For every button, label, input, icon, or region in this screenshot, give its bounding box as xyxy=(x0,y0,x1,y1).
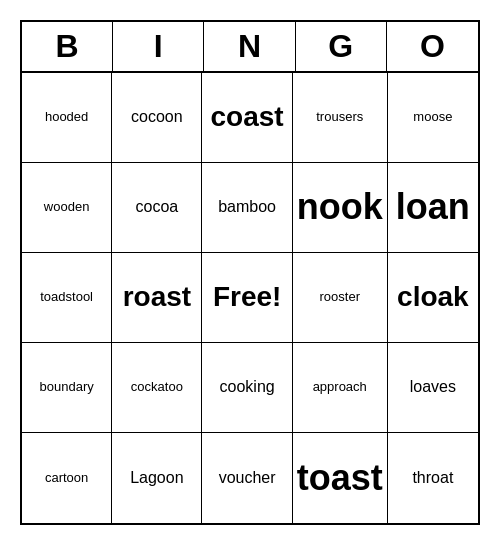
cell-text-5: wooden xyxy=(44,199,90,215)
bingo-cell-20: cartoon xyxy=(22,433,112,523)
bingo-cell-21: Lagoon xyxy=(112,433,202,523)
bingo-cell-4: moose xyxy=(388,73,478,163)
cell-text-11: roast xyxy=(123,280,191,314)
cell-text-6: cocoa xyxy=(136,197,179,216)
cell-text-15: boundary xyxy=(40,379,94,395)
cell-text-23: toast xyxy=(297,456,383,499)
bingo-cell-22: voucher xyxy=(202,433,292,523)
bingo-cell-0: hooded xyxy=(22,73,112,163)
bingo-cell-11: roast xyxy=(112,253,202,343)
bingo-cell-5: wooden xyxy=(22,163,112,253)
bingo-cell-13: rooster xyxy=(293,253,388,343)
bingo-cell-3: trousers xyxy=(293,73,388,163)
bingo-cell-2: coast xyxy=(202,73,292,163)
bingo-header: BINGO xyxy=(22,22,478,73)
cell-text-8: nook xyxy=(297,185,383,228)
cell-text-18: approach xyxy=(313,379,367,395)
cell-text-7: bamboo xyxy=(218,197,276,216)
cell-text-10: toadstool xyxy=(40,289,93,305)
cell-text-2: coast xyxy=(211,100,284,134)
bingo-cell-23: toast xyxy=(293,433,388,523)
header-cell-g: G xyxy=(296,22,387,71)
bingo-cell-8: nook xyxy=(293,163,388,253)
bingo-cell-10: toadstool xyxy=(22,253,112,343)
bingo-cell-14: cloak xyxy=(388,253,478,343)
cell-text-16: cockatoo xyxy=(131,379,183,395)
bingo-cell-6: cocoa xyxy=(112,163,202,253)
cell-text-3: trousers xyxy=(316,109,363,125)
cell-text-17: cooking xyxy=(220,377,275,396)
bingo-cell-12: Free! xyxy=(202,253,292,343)
header-cell-i: I xyxy=(113,22,204,71)
cell-text-19: loaves xyxy=(410,377,456,396)
cell-text-4: moose xyxy=(413,109,452,125)
bingo-cell-16: cockatoo xyxy=(112,343,202,433)
bingo-cell-24: throat xyxy=(388,433,478,523)
cell-text-22: voucher xyxy=(219,468,276,487)
bingo-cell-19: loaves xyxy=(388,343,478,433)
bingo-cell-1: cocoon xyxy=(112,73,202,163)
bingo-grid: hoodedcocooncoasttrousersmoosewoodencoco… xyxy=(22,73,478,523)
cell-text-1: cocoon xyxy=(131,107,183,126)
header-cell-o: O xyxy=(387,22,478,71)
header-cell-b: B xyxy=(22,22,113,71)
cell-text-21: Lagoon xyxy=(130,468,183,487)
bingo-cell-18: approach xyxy=(293,343,388,433)
header-cell-n: N xyxy=(204,22,295,71)
cell-text-13: rooster xyxy=(320,289,360,305)
cell-text-20: cartoon xyxy=(45,470,88,486)
bingo-cell-17: cooking xyxy=(202,343,292,433)
cell-text-24: throat xyxy=(412,468,453,487)
bingo-card: BINGO hoodedcocooncoasttrousersmoosewood… xyxy=(20,20,480,525)
bingo-cell-7: bamboo xyxy=(202,163,292,253)
cell-text-9: loan xyxy=(396,185,470,228)
cell-text-12: Free! xyxy=(213,280,281,314)
bingo-cell-15: boundary xyxy=(22,343,112,433)
bingo-cell-9: loan xyxy=(388,163,478,253)
cell-text-14: cloak xyxy=(397,280,469,314)
cell-text-0: hooded xyxy=(45,109,88,125)
